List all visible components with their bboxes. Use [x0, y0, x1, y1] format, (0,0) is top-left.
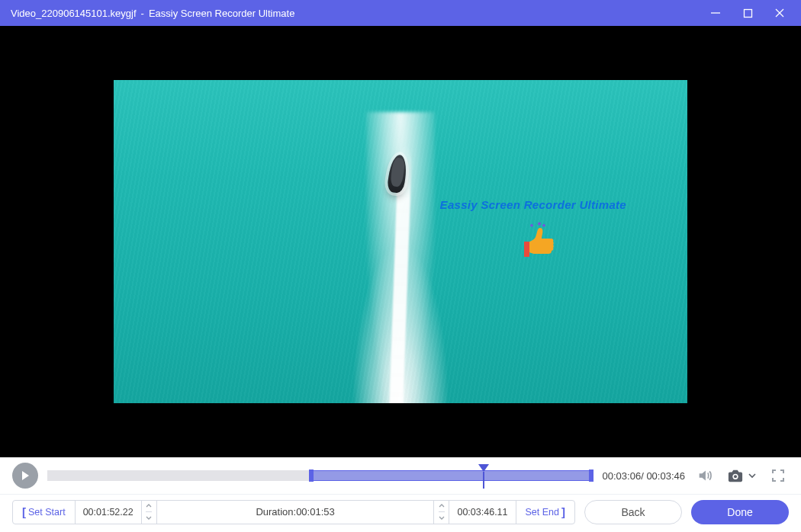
bracket-close-icon: ]: [561, 505, 565, 518]
fullscreen-button[interactable]: [767, 465, 789, 486]
bracket-open-icon: [: [22, 505, 26, 518]
snapshot-button[interactable]: [725, 465, 746, 486]
volume-icon: [696, 467, 713, 484]
set-start-button[interactable]: [ Set Start: [13, 501, 76, 524]
svg-point-5: [734, 475, 737, 478]
timeline-end-handle[interactable]: [589, 470, 594, 482]
end-time-down[interactable]: [439, 512, 445, 524]
timeline-start-handle[interactable]: [309, 470, 314, 482]
play-icon: [20, 470, 31, 481]
minimize-icon: [710, 8, 721, 18]
time-display: 00:03:06/ 00:03:46: [603, 470, 685, 482]
fullscreen-icon: [771, 469, 785, 482]
preview-stage: Eassiy Screen Recorder Ultimate: [0, 26, 801, 457]
chevron-up-icon: [439, 504, 445, 508]
trim-controls: [ Set Start 00:01:52.22 Duration:00:01:5…: [0, 494, 801, 532]
title-separator: -: [141, 8, 144, 19]
chevron-up-icon: [146, 504, 152, 508]
chevron-down-icon: [748, 472, 756, 479]
close-button[interactable]: [766, 0, 793, 26]
thumbs-up-icon: [520, 222, 558, 260]
play-button[interactable]: [12, 463, 38, 489]
video-preview[interactable]: Eassiy Screen Recorder Ultimate: [114, 80, 687, 403]
duration-display: Duration:00:01:53: [157, 501, 434, 524]
close-icon: [774, 8, 785, 18]
maximize-icon: [743, 8, 753, 18]
trim-range-group: [ Set Start 00:01:52.22 Duration:00:01:5…: [12, 500, 575, 524]
volume-button[interactable]: [694, 465, 716, 486]
svg-rect-1: [744, 9, 751, 17]
app-window: Video_220906145101.keygjf - Eassiy Scree…: [0, 0, 801, 532]
start-time-spinner: [142, 501, 157, 524]
start-time-up[interactable]: [146, 501, 152, 513]
start-time-down[interactable]: [146, 512, 152, 524]
player-controls: 00:03:06/ 00:03:46: [0, 457, 801, 494]
snapshot-dropdown[interactable]: [746, 465, 758, 486]
back-button[interactable]: Back: [584, 500, 682, 524]
start-time-input[interactable]: 00:01:52.22: [76, 501, 142, 524]
end-time-up[interactable]: [439, 501, 445, 513]
chevron-down-icon: [146, 516, 152, 520]
timeline-selection: [309, 470, 593, 481]
minimize-button[interactable]: [702, 0, 729, 26]
end-time-input[interactable]: 00:03:46.11: [449, 501, 515, 524]
title-filename: Video_220906145101.keygjf: [11, 8, 137, 19]
done-button[interactable]: Done: [691, 500, 789, 524]
set-end-button[interactable]: Set End ]: [516, 501, 574, 524]
chevron-down-icon: [439, 516, 445, 520]
camera-icon: [727, 468, 744, 483]
timeline-track[interactable]: [47, 470, 594, 481]
title-app-name: Eassiy Screen Recorder Ultimate: [149, 8, 294, 19]
end-time-spinner: [433, 501, 449, 524]
timeline-playhead[interactable]: [478, 464, 489, 472]
title-bar: Video_220906145101.keygjf - Eassiy Scree…: [0, 0, 801, 26]
watermark-text: Eassiy Screen Recorder Ultimate: [440, 198, 626, 211]
maximize-button[interactable]: [734, 0, 761, 26]
